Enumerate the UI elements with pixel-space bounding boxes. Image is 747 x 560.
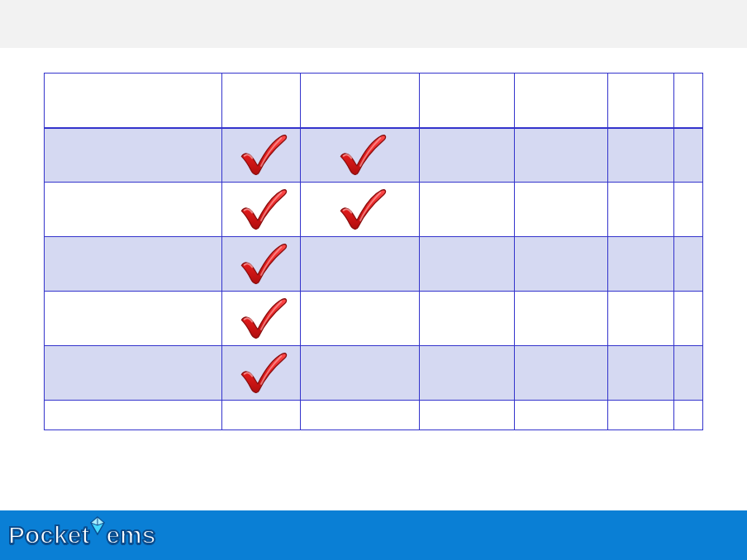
table-footer-cell xyxy=(673,401,702,430)
brand-logo: Pocket ems xyxy=(8,521,155,549)
table-cell xyxy=(300,346,420,401)
table-cell xyxy=(608,183,674,237)
check-icon xyxy=(331,186,389,230)
table-footer-cell xyxy=(608,401,674,430)
table-cell xyxy=(515,292,608,346)
table-cell xyxy=(221,237,300,292)
table-row xyxy=(45,346,703,401)
table-cell xyxy=(515,183,608,237)
table-cell xyxy=(420,346,515,401)
table-header-row xyxy=(45,74,703,128)
table-footer-cell xyxy=(45,401,222,430)
table-header-cell xyxy=(221,74,300,128)
brand-text-part2: ems xyxy=(106,521,155,549)
table-cell xyxy=(45,292,222,346)
table-cell xyxy=(608,128,674,183)
table-row xyxy=(45,183,703,237)
table-cell xyxy=(673,183,702,237)
table-header-cell xyxy=(45,74,222,128)
table-cell xyxy=(673,346,702,401)
check-icon xyxy=(232,186,290,230)
table-cell xyxy=(420,128,515,183)
gem-icon xyxy=(88,513,107,541)
check-icon xyxy=(232,131,290,176)
table-row xyxy=(45,128,703,183)
table-row xyxy=(45,292,703,346)
table-cell xyxy=(420,292,515,346)
table-footer-cell xyxy=(515,401,608,430)
table-header-cell xyxy=(420,74,515,128)
table-cell xyxy=(608,237,674,292)
table-cell xyxy=(45,183,222,237)
table-cell xyxy=(300,183,420,237)
comparison-table xyxy=(44,73,703,430)
table-cell xyxy=(221,128,300,183)
table-cell xyxy=(221,183,300,237)
table-cell xyxy=(608,346,674,401)
table-cell xyxy=(300,237,420,292)
table-cell xyxy=(45,128,222,183)
table-footer-cell xyxy=(420,401,515,430)
table-cell xyxy=(300,292,420,346)
table-cell xyxy=(221,292,300,346)
table-footer xyxy=(45,401,703,430)
table-cell xyxy=(221,346,300,401)
table-footer-cell xyxy=(221,401,300,430)
table-header-cell xyxy=(515,74,608,128)
table-header-cell xyxy=(300,74,420,128)
table-cell xyxy=(45,237,222,292)
table-header xyxy=(45,74,703,128)
brand-text-part1: Pocket xyxy=(8,521,89,549)
table-cell xyxy=(420,183,515,237)
table-header-cell xyxy=(608,74,674,128)
table-footer-cell xyxy=(300,401,420,430)
comparison-table-wrap xyxy=(44,73,703,430)
check-icon xyxy=(232,349,290,394)
table-cell xyxy=(673,292,702,346)
table-cell xyxy=(515,237,608,292)
top-bar xyxy=(0,0,747,48)
table-row xyxy=(45,237,703,292)
table-cell xyxy=(300,128,420,183)
table-header-cell xyxy=(673,74,702,128)
table-cell xyxy=(608,292,674,346)
table-footer-row xyxy=(45,401,703,430)
table-cell xyxy=(515,346,608,401)
footer-bar: Pocket ems xyxy=(0,510,747,560)
table-cell xyxy=(673,237,702,292)
check-icon xyxy=(232,240,290,285)
table-cell xyxy=(515,128,608,183)
check-icon xyxy=(331,131,389,176)
check-icon xyxy=(232,295,290,339)
table-cell xyxy=(420,237,515,292)
table-body xyxy=(45,128,703,401)
table-cell xyxy=(673,128,702,183)
table-cell xyxy=(45,346,222,401)
content-area xyxy=(0,48,747,510)
